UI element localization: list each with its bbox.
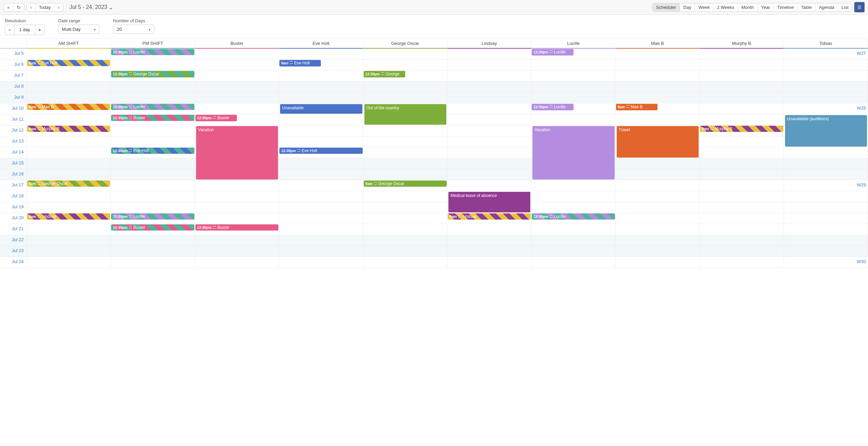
- grid-cell[interactable]: [27, 147, 111, 158]
- grid-cell[interactable]: 9amLindsay: [447, 213, 531, 224]
- grid-cell[interactable]: [784, 92, 868, 103]
- shift-event[interactable]: 12:30pmLucille: [111, 104, 194, 110]
- resource-header[interactable]: Buster: [195, 39, 279, 48]
- grid-cell[interactable]: [531, 114, 615, 125]
- grid-cell[interactable]: [784, 224, 868, 235]
- grid-cell[interactable]: [111, 246, 195, 257]
- grid-cell[interactable]: 12:30pmLucille: [111, 213, 195, 224]
- date-cell[interactable]: Jul 18: [0, 191, 27, 202]
- shift-event[interactable]: 12:30pmGeorge Oscar: [111, 71, 194, 77]
- grid-cell[interactable]: [279, 158, 363, 169]
- grid-cell[interactable]: [27, 136, 111, 147]
- shift-event[interactable]: 12:30pmBuster: [111, 224, 194, 231]
- grid-cell[interactable]: [616, 257, 700, 268]
- grid-cell[interactable]: [531, 191, 615, 202]
- grid-cell[interactable]: [784, 180, 868, 191]
- daterange-select[interactable]: Multi Day: [58, 25, 99, 34]
- prev-button[interactable]: ‹: [27, 3, 35, 11]
- grid-cell[interactable]: [279, 136, 363, 147]
- numdays-select[interactable]: 20: [113, 25, 154, 34]
- date-cell[interactable]: Jul 19: [0, 202, 27, 213]
- grid-cell[interactable]: [363, 213, 447, 224]
- grid-cell[interactable]: [27, 71, 111, 81]
- grid-cell[interactable]: 9amEve Holt: [27, 60, 111, 70]
- grid-cell[interactable]: [279, 246, 363, 257]
- grid-cell[interactable]: [447, 136, 531, 147]
- grid-cell[interactable]: 12:30pmEve Holt: [279, 147, 363, 158]
- view-week-button[interactable]: Week: [695, 3, 713, 11]
- block-event[interactable]: Medical leave of absence: [448, 192, 530, 212]
- date-range-picker[interactable]: Jul 5 - 24, 2023 ⌄: [70, 4, 113, 11]
- grid-cell[interactable]: [279, 169, 363, 180]
- grid-cell[interactable]: [111, 92, 195, 103]
- shift-event[interactable]: 12:30pmLucille: [532, 213, 615, 220]
- resource-header[interactable]: Eve Holt: [279, 39, 363, 48]
- date-cell[interactable]: Jul 23: [0, 246, 27, 257]
- date-cell[interactable]: Jul 15: [0, 158, 27, 169]
- grid-cell[interactable]: [616, 60, 700, 70]
- shift-event[interactable]: 9amMurphy B: [27, 126, 110, 132]
- grid-cell[interactable]: [616, 246, 700, 257]
- grid-cell[interactable]: [111, 82, 195, 92]
- grid-cell[interactable]: [195, 71, 279, 81]
- grid-cell[interactable]: [700, 49, 784, 59]
- grid-cell[interactable]: [784, 235, 868, 246]
- date-cell[interactable]: Jul 11: [0, 114, 27, 125]
- grid-cell[interactable]: [195, 103, 279, 114]
- date-cell[interactable]: Jul 17: [0, 180, 27, 191]
- resolution-decrease-button[interactable]: −: [5, 25, 14, 35]
- grid-cell[interactable]: 12:30pmBuster: [111, 224, 195, 235]
- shift-event[interactable]: 9amEve Holt: [279, 60, 321, 66]
- grid-cell[interactable]: [363, 202, 447, 213]
- grid-cell[interactable]: [363, 246, 447, 257]
- date-cell[interactable]: Jul 9: [0, 92, 27, 103]
- grid-cell[interactable]: [700, 235, 784, 246]
- resource-header[interactable]: Lindsay: [447, 39, 531, 48]
- grid-cell[interactable]: [447, 224, 531, 235]
- grid-cell[interactable]: [195, 213, 279, 224]
- grid-cell[interactable]: [700, 71, 784, 81]
- grid-cell[interactable]: [279, 191, 363, 202]
- resource-header[interactable]: AM SHIFT: [27, 39, 111, 48]
- grid-cell[interactable]: [616, 82, 700, 92]
- grid-cell[interactable]: 12:30pmEve Holt: [111, 147, 195, 158]
- grid-cell[interactable]: [279, 224, 363, 235]
- grid-cell[interactable]: [447, 147, 531, 158]
- grid-cell[interactable]: [279, 114, 363, 125]
- grid-cell[interactable]: [111, 125, 195, 136]
- grid-cell[interactable]: [531, 60, 615, 70]
- grid-cell[interactable]: [447, 103, 531, 114]
- grid-cell[interactable]: [531, 202, 615, 213]
- grid-cell[interactable]: [616, 114, 700, 125]
- grid-cell[interactable]: [700, 246, 784, 257]
- view-scheduler-button[interactable]: Scheduler: [653, 3, 680, 11]
- grid-cell[interactable]: [363, 136, 447, 147]
- grid-cell[interactable]: [531, 257, 615, 268]
- grid-cell[interactable]: [27, 246, 111, 257]
- grid-cell[interactable]: 9amMae B: [616, 103, 700, 114]
- grid-cell[interactable]: [363, 49, 447, 59]
- grid-cell[interactable]: [531, 224, 615, 235]
- grid-cell[interactable]: [700, 257, 784, 268]
- resource-header[interactable]: George Oscar: [363, 39, 447, 48]
- shift-event[interactable]: 9amGeorge Oscar: [364, 181, 447, 187]
- grid-cell[interactable]: [447, 49, 531, 59]
- grid-cell[interactable]: [27, 158, 111, 169]
- grid-cell[interactable]: 12:30pmGeorge: [363, 71, 447, 81]
- date-cell[interactable]: Jul 20: [0, 213, 27, 224]
- grid-cell[interactable]: [784, 202, 868, 213]
- grid-cell[interactable]: [700, 213, 784, 224]
- view-year-button[interactable]: Year: [758, 3, 774, 11]
- date-cell[interactable]: Jul 21: [0, 224, 27, 235]
- grid-cell[interactable]: [363, 60, 447, 70]
- grid-cell[interactable]: [700, 92, 784, 103]
- shift-event[interactable]: 9amMurphy B: [700, 126, 783, 132]
- grid-cell[interactable]: [363, 158, 447, 169]
- grid-cell[interactable]: 12:30pmGeorge Oscar: [111, 71, 195, 81]
- grid-cell[interactable]: [279, 71, 363, 81]
- grid-cell[interactable]: [531, 92, 615, 103]
- block-event[interactable]: Unavailable (auditions): [785, 115, 867, 147]
- grid-cell[interactable]: 12:30pmLucille: [111, 49, 195, 59]
- grid-cell[interactable]: [279, 257, 363, 268]
- grid-cell[interactable]: [784, 71, 868, 81]
